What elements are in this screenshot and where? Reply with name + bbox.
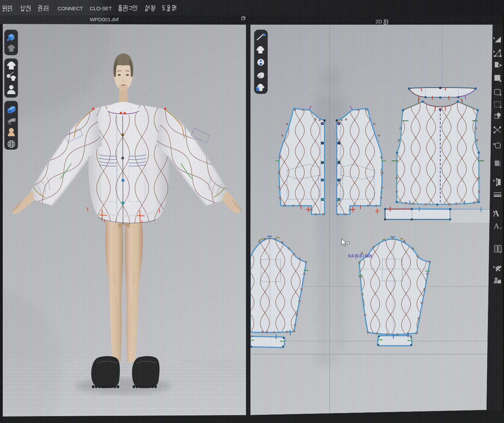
svg-text:CONNECT: CONNECT <box>58 5 83 11</box>
svg-text:WPD001.dxf: WPD001.dxf <box>90 16 119 22</box>
svg-text:0.0 (0.0 / 0.0): 0.0 (0.0 / 0.0) <box>348 254 372 258</box>
svg-text:A: A <box>494 222 500 230</box>
svg-text:CLO-SET: CLO-SET <box>90 5 112 11</box>
svg-text:A: A <box>493 209 499 218</box>
svg-text:2D: 2D <box>376 18 382 24</box>
